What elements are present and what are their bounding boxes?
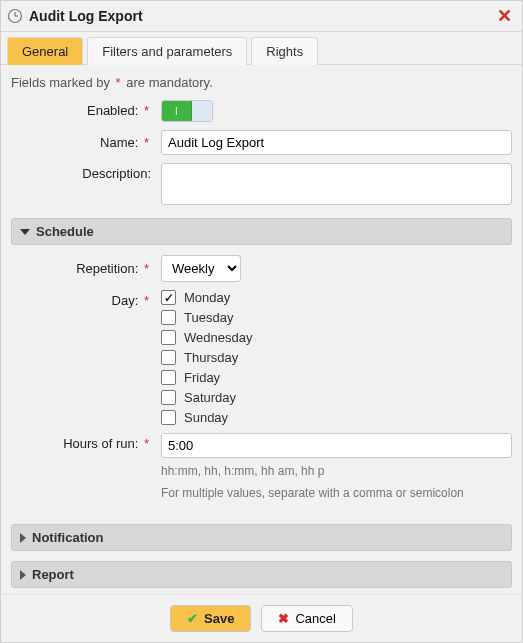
tabs: General Filters and parameters Rights: [1, 36, 522, 65]
cancel-label: Cancel: [295, 611, 335, 626]
day-row: Tuesday: [161, 310, 512, 325]
hours-input[interactable]: [161, 433, 512, 458]
mandatory-star-icon: *: [116, 75, 121, 90]
row-name: Name: *: [11, 130, 512, 155]
section-schedule: Schedule Repetition: * Weekly: [11, 218, 512, 514]
check-icon: ✔: [187, 611, 198, 626]
required-star-icon: *: [144, 436, 149, 451]
chevron-down-icon: [20, 229, 30, 235]
label-hours-text: Hours of run:: [63, 436, 138, 451]
required-star-icon: *: [144, 293, 149, 308]
chevron-right-icon: [20, 533, 26, 543]
label-name: Name: *: [11, 132, 161, 154]
section-report: Report: [11, 561, 512, 588]
day-label: Friday: [184, 370, 220, 385]
name-input[interactable]: [161, 130, 512, 155]
section-header-notification[interactable]: Notification: [11, 524, 512, 551]
day-checkbox[interactable]: [161, 310, 176, 325]
section-title-schedule: Schedule: [36, 224, 94, 239]
titlebar: Audit Log Export ✕: [1, 1, 522, 32]
day-checkbox[interactable]: [161, 410, 176, 425]
chevron-right-icon: [20, 570, 26, 580]
day-checkbox[interactable]: [161, 350, 176, 365]
section-body-schedule: Repetition: * Weekly Day: *: [11, 245, 512, 514]
x-icon: ✖: [278, 611, 289, 626]
mandatory-suffix: are mandatory.: [126, 75, 212, 90]
row-enabled: Enabled: * I: [11, 100, 512, 122]
description-input[interactable]: [161, 163, 512, 205]
tab-filters[interactable]: Filters and parameters: [87, 37, 247, 65]
tab-rights[interactable]: Rights: [251, 37, 318, 65]
day-checkbox[interactable]: [161, 290, 176, 305]
mandatory-note: Fields marked by * are mandatory.: [11, 75, 512, 90]
footer: ✔ Save ✖ Cancel: [1, 594, 522, 642]
day-label: Saturday: [184, 390, 236, 405]
section-header-schedule[interactable]: Schedule: [11, 218, 512, 245]
required-star-icon: *: [144, 103, 149, 118]
label-repetition: Repetition: *: [11, 258, 161, 280]
label-repetition-text: Repetition:: [76, 261, 138, 276]
dialog: Audit Log Export ✕ General Filters and p…: [0, 0, 523, 643]
day-row: Friday: [161, 370, 512, 385]
toggle-knob: [192, 101, 212, 121]
cancel-button[interactable]: ✖ Cancel: [261, 605, 352, 632]
day-row: Monday: [161, 290, 512, 305]
day-label: Thursday: [184, 350, 238, 365]
day-checkbox[interactable]: [161, 370, 176, 385]
row-hours: Hours of run: * hh:mm, hh, h:mm, hh am, …: [11, 433, 512, 502]
toggle-on-text: I: [162, 101, 192, 121]
row-description: Description:: [11, 163, 512, 208]
day-label: Tuesday: [184, 310, 233, 325]
day-row: Sunday: [161, 410, 512, 425]
label-day: Day: *: [11, 290, 161, 312]
mandatory-prefix: Fields marked by: [11, 75, 110, 90]
day-label: Sunday: [184, 410, 228, 425]
day-label: Wednesday: [184, 330, 252, 345]
label-day-text: Day:: [112, 293, 139, 308]
required-star-icon: *: [144, 261, 149, 276]
save-button[interactable]: ✔ Save: [170, 605, 251, 632]
day-row: Thursday: [161, 350, 512, 365]
label-hours: Hours of run: *: [11, 433, 161, 455]
day-row: Saturday: [161, 390, 512, 405]
enabled-toggle[interactable]: I: [161, 100, 213, 122]
hours-hint2: For multiple values, separate with a com…: [161, 484, 512, 502]
day-checkbox[interactable]: [161, 390, 176, 405]
repetition-select[interactable]: Weekly: [161, 255, 241, 282]
label-name-text: Name:: [100, 135, 138, 150]
section-title-report: Report: [32, 567, 74, 582]
section-header-report[interactable]: Report: [11, 561, 512, 588]
days-list: MondayTuesdayWednesdayThursdayFridaySatu…: [161, 290, 512, 425]
hours-hint1: hh:mm, hh, h:mm, hh am, hh p: [161, 462, 512, 480]
section-notification: Notification: [11, 524, 512, 551]
row-day: Day: * MondayTuesdayWednesdayThursdayFri…: [11, 290, 512, 425]
day-label: Monday: [184, 290, 230, 305]
save-label: Save: [204, 611, 234, 626]
row-repetition: Repetition: * Weekly: [11, 255, 512, 282]
section-title-notification: Notification: [32, 530, 104, 545]
dialog-body: Fields marked by * are mandatory. Enable…: [1, 65, 522, 594]
label-description: Description:: [11, 163, 161, 185]
day-checkbox[interactable]: [161, 330, 176, 345]
close-icon[interactable]: ✕: [493, 5, 516, 27]
required-star-icon: *: [144, 135, 149, 150]
day-row: Wednesday: [161, 330, 512, 345]
tab-general[interactable]: General: [7, 37, 83, 65]
label-enabled-text: Enabled:: [87, 103, 138, 118]
clock-icon: [7, 8, 23, 24]
dialog-title: Audit Log Export: [29, 8, 493, 24]
label-enabled: Enabled: *: [11, 100, 161, 122]
